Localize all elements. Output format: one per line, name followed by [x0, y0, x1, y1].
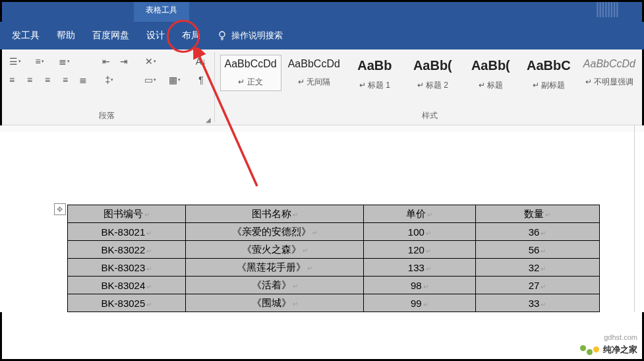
svg-point-0	[220, 32, 225, 37]
ribbon: ☰▾ ≡▾ ≣▾ ≡ ≡ ≡ ≡ ≣ ⇤ ⇥ ‡▾	[0, 49, 644, 125]
table-row[interactable]: BK-83025↵《围城》↵99↵33↵	[67, 294, 599, 312]
table-cell[interactable]: 133↵	[363, 259, 475, 277]
show-marks-button[interactable]: ¶	[193, 72, 209, 88]
distributed-button[interactable]: ≣	[75, 72, 91, 88]
style-label: ↵ 正文	[238, 77, 262, 88]
table-row[interactable]: BK-83021↵《亲爱的安德烈》↵100↵36↵	[67, 223, 599, 241]
style-preview: AaBb(	[471, 58, 510, 73]
style-item-1[interactable]: AaBbCcDd↵ 无间隔	[283, 55, 345, 91]
style-preview: AaBb(	[413, 58, 452, 73]
table-row[interactable]: BK-83023↵《黑莲花手册》↵133↵32↵	[67, 259, 599, 277]
text-direction-button[interactable]: ✕▾	[139, 53, 161, 69]
tab-baidu[interactable]: 百度网盘	[84, 22, 138, 49]
tell-me-search[interactable]: 操作说明搜索	[217, 30, 283, 42]
style-item-2[interactable]: AaBb↵ 标题 1	[347, 55, 403, 94]
style-preview: AaBb	[357, 58, 392, 73]
tab-layout[interactable]: 布局	[173, 22, 209, 49]
table-cell[interactable]: BK-83021↵	[67, 223, 186, 241]
style-item-3[interactable]: AaBb(↵ 标题 2	[405, 55, 461, 94]
table-cell[interactable]: 《围城》↵	[186, 294, 364, 312]
context-tab-tabletools: 表格工具	[134, 0, 189, 22]
table-cell[interactable]: 《黑莲花手册》↵	[186, 259, 364, 277]
style-preview: AaBbCcDd	[583, 58, 635, 70]
page: ✥ 图书编号↵图书名称↵单价↵数量↵ BK-83021↵《亲爱的安德烈》↵100…	[36, 205, 609, 312]
style-preview: AaBbCcDd	[225, 58, 277, 70]
paragraph-dialog-launcher[interactable]: ◢	[206, 116, 211, 123]
shading-button[interactable]: ▭▾	[139, 72, 161, 88]
table-cell[interactable]: 99↵	[363, 294, 475, 312]
sort-button[interactable]: A↓	[193, 53, 209, 69]
table-cell[interactable]: 《活着》↵	[186, 277, 364, 294]
justify-button[interactable]: ≡	[57, 72, 73, 88]
ribbon-group-styles: AaBbCcDd↵ 正文AaBbCcDd↵ 无间隔AaBb↵ 标题 1AaBb(…	[216, 49, 644, 125]
style-label: ↵ 标题	[479, 80, 503, 91]
lightbulb-icon	[217, 30, 227, 41]
style-item-4[interactable]: AaBb(↵ 标题	[463, 55, 519, 94]
table-cell[interactable]: BK-83025↵	[67, 294, 186, 312]
table-cell[interactable]: 120↵	[363, 241, 475, 259]
decrease-indent-button[interactable]: ⇤	[98, 53, 114, 69]
table-cell[interactable]: 56↵	[475, 241, 599, 259]
style-item-0[interactable]: AaBbCcDd↵ 正文	[220, 55, 281, 91]
tab-help[interactable]: 帮助	[48, 22, 84, 49]
titlebar: 表格工具 ||||||||	[0, 0, 644, 22]
table-cell[interactable]: BK-83022↵	[67, 241, 186, 259]
style-item-5[interactable]: AaBbC↵ 副标题	[521, 55, 577, 94]
table-header[interactable]: 图书编号↵	[67, 205, 186, 223]
table-cell[interactable]: 《萤火之森》↵	[186, 241, 364, 259]
align-left-button[interactable]: ≡	[4, 72, 20, 88]
style-preview: AaBbCcDd	[288, 58, 340, 70]
tab-design[interactable]: 设计	[138, 22, 173, 49]
table-header[interactable]: 单价↵	[363, 205, 475, 223]
table-cell[interactable]: BK-83024↵	[67, 277, 186, 294]
style-label: ↵ 副标题	[533, 80, 565, 91]
table-row[interactable]: BK-83022↵《萤火之森》↵120↵56↵	[67, 241, 599, 259]
numbering-button[interactable]: ≡▾	[28, 53, 51, 69]
style-item-6[interactable]: AaBbCcDd↵ 不明显强调	[579, 55, 640, 91]
document-table[interactable]: 图书编号↵图书名称↵单价↵数量↵ BK-83021↵《亲爱的安德烈》↵100↵3…	[67, 205, 600, 312]
table-cell[interactable]: 33↵	[475, 294, 599, 312]
ribbon-group-label-styles: 样式	[216, 108, 644, 125]
table-header[interactable]: 图书名称↵	[186, 205, 364, 223]
document-area: ✥ 图书编号↵图书名称↵单价↵数量↵ BK-83021↵《亲爱的安德烈》↵100…	[0, 125, 644, 312]
table-cell[interactable]: 27↵	[475, 277, 599, 294]
title-decoration: ||||||||	[595, 0, 644, 22]
increase-indent-button[interactable]: ⇥	[116, 53, 132, 69]
multilevel-button[interactable]: ≣▾	[53, 53, 75, 69]
ribbon-group-label-paragraph: 段落 ◢	[0, 108, 213, 125]
table-cell[interactable]: 32↵	[475, 259, 599, 277]
table-header[interactable]: 数量↵	[475, 205, 599, 223]
table-cell[interactable]: 《亲爱的安德烈》↵	[186, 223, 364, 241]
tab-devtools[interactable]: 发工具	[3, 22, 48, 49]
borders-button[interactable]: ▦▾	[163, 72, 186, 88]
style-label: ↵ 不明显强调	[585, 77, 633, 88]
tab-bar: 发工具 帮助 百度网盘 设计 布局 操作说明搜索	[0, 22, 644, 49]
table-row[interactable]: BK-83024↵《活着》↵98↵27↵	[67, 277, 599, 294]
bullets-button[interactable]: ☰▾	[4, 53, 26, 69]
style-label: ↵ 无间隔	[298, 77, 330, 88]
ribbon-group-paragraph: ☰▾ ≡▾ ≣▾ ≡ ≡ ≡ ≡ ≣ ⇤ ⇥ ‡▾	[0, 49, 213, 125]
align-right-button[interactable]: ≡	[40, 72, 55, 88]
style-label: ↵ 标题 1	[359, 80, 390, 91]
table-cell[interactable]: 98↵	[363, 277, 475, 294]
style-label: ↵ 标题 2	[417, 80, 448, 91]
style-preview: AaBbC	[527, 58, 571, 73]
line-spacing-button[interactable]: ‡▾	[98, 72, 121, 88]
align-center-button[interactable]: ≡	[22, 72, 38, 88]
search-hint-text: 操作说明搜索	[231, 30, 283, 42]
table-cell[interactable]: 100↵	[363, 223, 475, 241]
table-cell[interactable]: BK-83023↵	[67, 259, 186, 277]
table-move-handle[interactable]: ✥	[54, 203, 66, 215]
table-cell[interactable]: 36↵	[475, 223, 599, 241]
